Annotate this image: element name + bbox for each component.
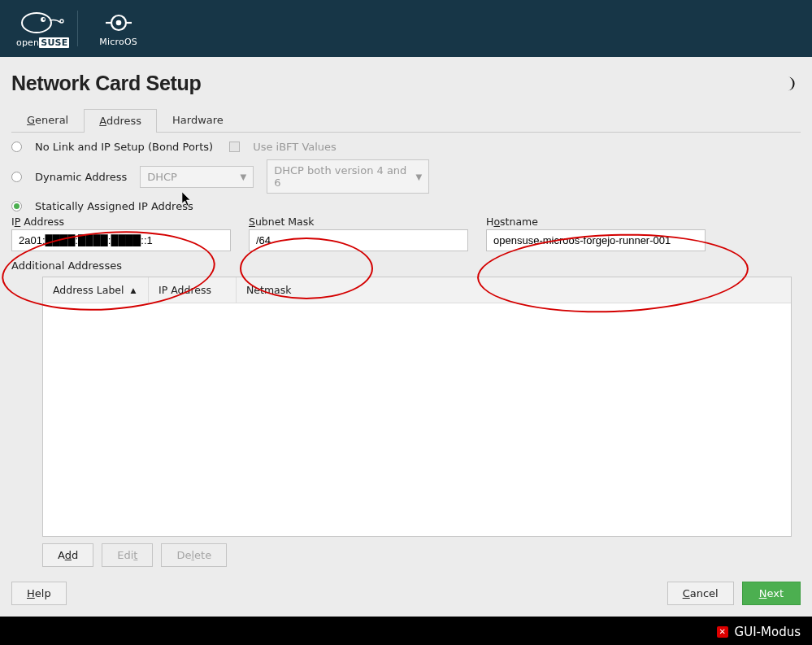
- label-hostname: Hostname: [486, 216, 706, 228]
- opensuse-label: openSUSE: [16, 37, 69, 48]
- svg-point-0: [22, 13, 51, 33]
- field-subnet: Subnet Mask: [249, 216, 468, 251]
- opensuse-logo: openSUSE: [16, 10, 69, 48]
- button-delete: Delete: [161, 543, 227, 567]
- status-indicator-icon: ✕: [717, 626, 728, 638]
- col-ip-address[interactable]: IP Address: [149, 277, 237, 303]
- page-title: Network Card Setup: [11, 72, 801, 95]
- label-ibft: Use iBFT Values: [253, 141, 337, 153]
- radio-static[interactable]: [11, 201, 22, 211]
- label-ip: IP Address: [11, 216, 231, 228]
- microos-logo: MicroOS: [99, 11, 137, 47]
- button-help[interactable]: Help: [11, 582, 67, 605]
- combo-dhcp-version: DHCP both version 4 and 6▼: [267, 159, 429, 194]
- radio-no-link[interactable]: [11, 142, 22, 152]
- dark-mode-icon[interactable]: [784, 76, 796, 94]
- table-header: Address Label▲ IP Address Netmask: [43, 277, 791, 303]
- svg-point-3: [60, 20, 63, 23]
- status-bar: ✕ GUI-Modus: [0, 618, 812, 645]
- chevron-down-icon: ▼: [416, 172, 423, 181]
- sort-asc-icon: ▲: [130, 286, 136, 294]
- svg-point-5: [115, 20, 121, 25]
- top-bar: openSUSE MicroOS: [0, 0, 812, 57]
- col-address-label[interactable]: Address Label▲: [43, 277, 149, 303]
- col-netmask[interactable]: Netmask: [237, 277, 315, 303]
- content-area: Network Card Setup General Address Hardw…: [0, 57, 812, 617]
- field-ip: IP Address: [11, 216, 231, 251]
- header-separator: [77, 11, 78, 46]
- tab-hardware[interactable]: Hardware: [157, 108, 239, 132]
- input-hostname[interactable]: [486, 229, 706, 251]
- radio-dynamic[interactable]: [11, 172, 22, 182]
- chevron-down-icon: ▼: [241, 172, 247, 181]
- button-edit: Edit: [102, 543, 153, 567]
- button-next[interactable]: Next: [742, 582, 801, 605]
- label-no-link: No Link and IP Setup (Bond Ports): [35, 141, 213, 153]
- tab-address[interactable]: Address: [84, 109, 157, 133]
- input-subnet[interactable]: [249, 229, 468, 251]
- input-ip[interactable]: [11, 229, 231, 251]
- field-hostname: Hostname: [486, 216, 706, 251]
- label-additional-addresses: Additional Addresses: [11, 259, 801, 272]
- checkbox-ibft: [229, 142, 240, 152]
- tab-bar: General Address Hardware: [11, 108, 801, 133]
- button-cancel[interactable]: Cancel: [667, 582, 734, 605]
- tab-general[interactable]: General: [11, 108, 84, 132]
- label-dynamic: Dynamic Address: [35, 171, 127, 183]
- svg-point-2: [42, 18, 44, 20]
- label-subnet: Subnet Mask: [249, 216, 468, 228]
- combo-dhcp: DHCP▼: [140, 166, 254, 188]
- microos-label: MicroOS: [99, 37, 137, 47]
- status-text: GUI-Modus: [735, 625, 801, 639]
- label-static: Statically Assigned IP Address: [35, 200, 193, 212]
- button-add[interactable]: Add: [42, 543, 93, 567]
- table-additional-addresses: Address Label▲ IP Address Netmask: [42, 277, 792, 537]
